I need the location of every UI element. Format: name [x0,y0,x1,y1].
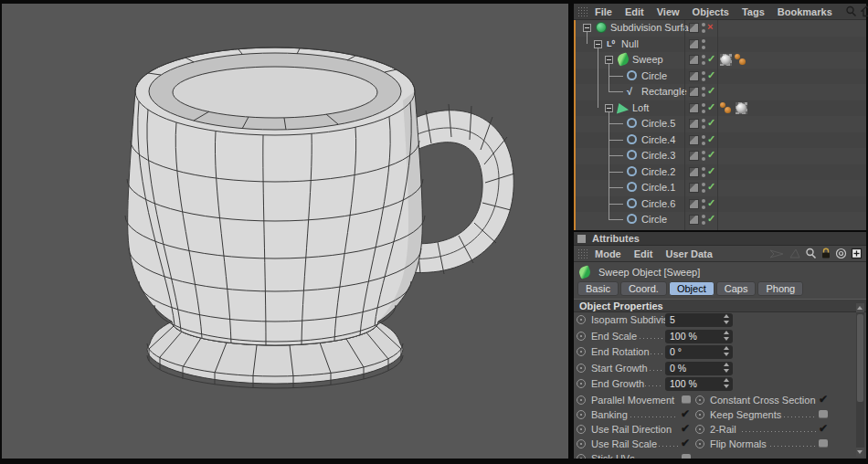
param-bullet-icon[interactable] [577,364,586,373]
param-bullet-icon[interactable] [577,379,586,388]
target-icon[interactable] [835,248,847,259]
material-tag-icon[interactable] [736,102,747,114]
enable-state-icon[interactable]: ✓ [707,181,715,193]
object-name[interactable]: Circle.5 [641,118,675,129]
object-name[interactable]: Circle.6 [641,198,675,209]
visibility-dots-icon[interactable] [702,23,705,33]
collapse-icon[interactable] [594,40,602,48]
enable-state-icon[interactable]: ✓ [707,85,715,97]
param-bullet-icon[interactable] [695,425,704,434]
visibility-dots-icon[interactable] [702,215,705,225]
layer-chip-icon[interactable] [689,215,699,225]
two-rail-checkbox[interactable]: ✔ [819,422,828,435]
tree-row-circle-last[interactable]: Circle ✓ [576,212,866,228]
scrollbar-thumb[interactable] [857,314,863,402]
search-icon[interactable] [845,5,857,17]
visibility-dots-icon[interactable] [702,55,705,65]
visibility-dots-icon[interactable] [702,199,705,209]
layer-chip-icon[interactable] [689,23,699,33]
panel-grip-icon[interactable] [577,248,587,258]
tree-row-circle-1[interactable]: Circle.1 ✓ [576,180,866,196]
tree-row-null[interactable]: L⁰ Null [576,37,866,53]
enable-state-icon[interactable]: ✓ [707,69,715,81]
scroll-up-icon[interactable] [856,303,864,312]
spinner-control[interactable] [723,314,730,324]
menu-tags[interactable]: Tags [742,6,765,17]
tree-row-loft[interactable]: Loft ✓ [576,100,866,117]
param-bullet-icon[interactable] [577,395,586,405]
tree-row-subdivision-surface[interactable]: Subdivision Surface × [576,20,866,37]
layer-chip-icon[interactable] [689,135,699,145]
param-bullet-icon[interactable] [577,425,586,434]
param-bullet-icon[interactable] [577,410,586,419]
use-rail-direction-checkbox[interactable]: ✔ [681,422,690,435]
visibility-dots-icon[interactable] [702,167,705,177]
param-bullet-icon[interactable] [577,332,586,341]
keep-segments-checkbox[interactable] [819,410,828,418]
spinner-control[interactable] [723,346,730,356]
layer-chip-icon[interactable] [689,87,699,97]
spinner-control[interactable] [723,378,730,388]
flip-normals-checkbox[interactable] [819,439,828,448]
tree-row-circle-4[interactable]: Circle.4 ✓ [576,132,866,149]
enable-state-icon[interactable]: ✓ [707,133,715,145]
enable-state-icon[interactable]: ✓ [707,213,715,225]
object-name[interactable]: Circle.2 [641,166,675,177]
object-name[interactable]: Subdivision Surface [610,22,699,33]
scroll-down-icon[interactable] [856,448,864,457]
panel-grip-icon[interactable] [577,6,587,16]
object-name[interactable]: Circle [641,214,667,225]
layer-chip-icon[interactable] [689,183,699,193]
home-icon[interactable] [861,5,868,17]
enable-state-icon[interactable]: × [707,21,713,32]
param-bullet-icon[interactable] [577,454,586,459]
object-name[interactable]: Circle.4 [641,134,675,145]
tab-caps[interactable]: Caps [716,281,757,296]
param-bullet-icon[interactable] [695,439,704,448]
enable-state-icon[interactable]: ✓ [707,149,715,161]
spinner-control[interactable] [723,331,730,341]
nav-back-icon[interactable] [765,248,785,259]
stick-uvs-checkbox[interactable] [682,454,691,459]
menu-edit[interactable]: Edit [625,6,644,17]
object-name[interactable]: Null [621,38,639,49]
nav-forward-icon[interactable] [789,248,801,259]
tab-basic[interactable]: Basic [577,281,619,296]
visibility-dots-icon[interactable] [702,103,705,113]
menu-view[interactable]: View [657,6,680,17]
layer-chip-icon[interactable] [689,55,699,65]
menu-objects[interactable]: Objects [693,6,729,17]
menu-user-data[interactable]: User Data [666,248,713,259]
enable-state-icon[interactable]: ✓ [707,165,715,177]
layer-chip-icon[interactable] [689,167,699,177]
material-tag-icon[interactable] [720,54,732,66]
object-name[interactable]: Loft [632,102,649,113]
search-icon[interactable] [805,248,817,259]
enable-state-icon[interactable]: ✓ [707,117,715,129]
tree-row-circle-3[interactable]: Circle.3 ✓ [576,148,866,164]
layer-chip-icon[interactable] [689,199,699,209]
tab-object[interactable]: Object [669,281,715,296]
collapse-icon[interactable] [583,24,591,32]
spinner-control[interactable] [723,363,730,373]
visibility-dots-icon[interactable] [702,119,705,129]
collapse-icon[interactable] [605,56,613,64]
enable-state-icon[interactable]: ✓ [707,53,715,65]
tab-phong[interactable]: Phong [757,281,803,296]
collapse-icon[interactable] [605,104,613,112]
visibility-dots-icon[interactable] [702,39,705,49]
layer-chip-icon[interactable] [689,71,699,81]
visibility-dots-icon[interactable] [702,151,705,161]
add-palette-icon[interactable] [851,248,863,259]
banking-checkbox[interactable]: ✔ [681,407,690,420]
object-name[interactable]: Circle.1 [641,182,675,193]
param-bullet-icon[interactable] [577,439,586,448]
param-bullet-icon[interactable] [577,347,586,356]
tree-row-circle-6[interactable]: Circle.6 ✓ [576,196,866,213]
layer-chip-icon[interactable] [689,151,699,161]
object-name[interactable]: Circle [641,70,667,81]
menu-edit[interactable]: Edit [634,248,653,259]
visibility-dots-icon[interactable] [702,183,705,193]
attributes-titlebar[interactable]: Attributes [574,232,866,246]
param-bullet-icon[interactable] [695,395,704,405]
